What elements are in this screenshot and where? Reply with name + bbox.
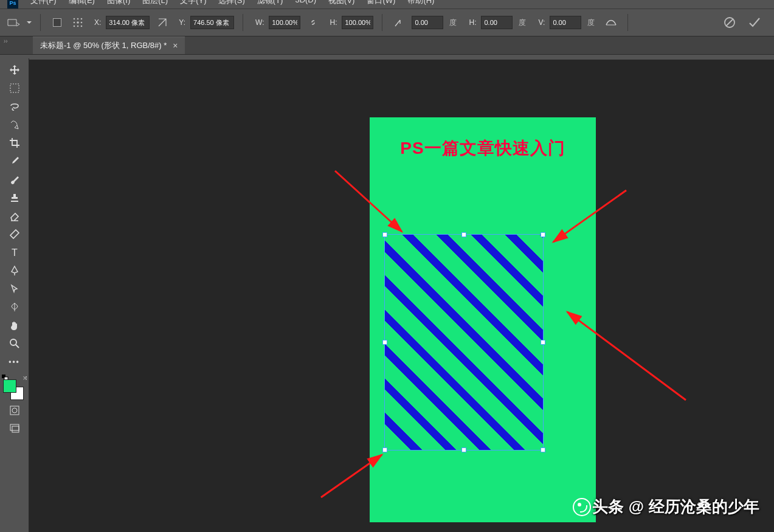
divider	[40, 14, 41, 31]
svg-point-0	[74, 18, 75, 20]
marquee-tool-icon[interactable]	[5, 79, 24, 97]
menu-layer[interactable]: 图层(L)	[142, 0, 168, 6]
menu-help[interactable]: 帮助(H)	[407, 0, 434, 6]
swap-colors-icon[interactable]: ⤭	[22, 375, 27, 381]
svg-point-2	[81, 18, 83, 20]
menu-edit[interactable]: 编辑(E)	[69, 0, 95, 6]
divider	[382, 14, 382, 31]
watermark-logo-icon	[573, 498, 591, 516]
menu-file[interactable]: 文件(F)	[30, 0, 57, 6]
svg-point-8	[81, 26, 83, 27]
transform-handle-bl[interactable]	[382, 447, 387, 452]
h-skew-label: H:	[469, 18, 476, 27]
svg-point-3	[74, 22, 75, 24]
h-input[interactable]	[342, 16, 373, 29]
transform-handle-mr[interactable]	[541, 340, 545, 345]
hand-tool-icon[interactable]	[5, 316, 24, 334]
divider	[627, 14, 628, 31]
transform-handle-bm[interactable]	[461, 447, 466, 452]
divider	[243, 14, 243, 31]
stamp-tool-icon[interactable]	[5, 188, 24, 207]
eraser-tool-icon[interactable]	[5, 207, 24, 225]
v-skew-input[interactable]	[550, 16, 581, 29]
options-bar: X: Y: W: H: 度 H: 度 V: 度	[0, 9, 774, 36]
transform-handle-tm[interactable]	[461, 232, 466, 237]
menu-filter[interactable]: 滤镜(T)	[257, 0, 283, 6]
svg-point-1	[77, 18, 79, 20]
h-skew-input[interactable]	[481, 16, 513, 29]
document-tab[interactable]: 未标题-1 @ 50% (形状 1, RGB/8#) * ×	[33, 36, 185, 54]
watermark-brand: 头条	[592, 496, 624, 517]
menu-view[interactable]: 视图(V)	[328, 0, 354, 6]
menu-image[interactable]: 图像(I)	[107, 0, 130, 6]
eyedropper-tool-icon[interactable]	[5, 152, 24, 170]
type-tool-icon[interactable]: T	[5, 243, 24, 261]
relative-positioning-icon[interactable]	[154, 15, 170, 30]
menu-3d[interactable]: 3D(D)	[295, 0, 316, 4]
angle-unit: 度	[449, 18, 457, 28]
collapse-panels-icon[interactable]: ››	[4, 38, 8, 44]
gradient-tool-icon[interactable]	[5, 225, 24, 243]
h-label: H:	[330, 18, 337, 27]
lasso-tool-icon[interactable]	[5, 97, 24, 116]
foreground-color-swatch[interactable]	[3, 379, 16, 393]
svg-rect-20	[12, 426, 19, 432]
w-input[interactable]	[269, 16, 300, 29]
svg-rect-11	[10, 84, 19, 92]
reference-point-toggle[interactable]	[53, 18, 61, 27]
menu-select[interactable]: 选择(S)	[218, 0, 244, 6]
w-label: W:	[255, 18, 264, 27]
v-skew-unit: 度	[587, 18, 595, 28]
commit-transform-icon[interactable]	[746, 15, 762, 30]
cancel-transform-icon[interactable]	[722, 15, 738, 30]
h-skew-unit: 度	[519, 18, 526, 28]
screenmode-icon[interactable]	[5, 420, 24, 438]
reference-point-grid-icon[interactable]	[70, 15, 86, 30]
transform-handle-tl[interactable]	[382, 232, 387, 237]
transform-options-dropdown[interactable]	[27, 20, 32, 25]
interpolation-icon[interactable]	[603, 15, 619, 30]
link-wh-icon[interactable]	[305, 15, 321, 30]
x-label: X:	[94, 18, 101, 27]
canvas-area[interactable]: PS一篇文章快速入门 头条 @ 经历沧桑的少年	[29, 60, 774, 532]
svg-point-5	[81, 22, 83, 24]
menu-type[interactable]: 文字(Y)	[180, 0, 206, 6]
artboard-title-text: PS一篇文章快速入门	[370, 137, 596, 160]
path-select-tool-icon[interactable]	[5, 280, 24, 298]
svg-text:T: T	[12, 247, 18, 258]
tab-close-icon[interactable]: ×	[173, 41, 178, 50]
v-skew-label: V:	[538, 18, 545, 27]
artboard[interactable]: PS一篇文章快速入门	[370, 117, 596, 522]
app-icon: Ps	[7, 0, 18, 9]
quickmask-icon[interactable]	[5, 401, 24, 420]
watermark-author: 经历沧桑的少年	[649, 496, 759, 517]
brush-tool-icon[interactable]	[5, 170, 24, 188]
edit-toolbar-icon[interactable]: •••	[5, 353, 24, 371]
crop-tool-icon[interactable]	[5, 134, 24, 152]
svg-point-7	[77, 26, 79, 27]
svg-point-6	[74, 26, 75, 27]
pen-tool-icon[interactable]	[5, 261, 24, 280]
quick-select-tool-icon[interactable]	[5, 116, 24, 134]
transform-tool-icon[interactable]	[6, 15, 22, 30]
zoom-tool-icon[interactable]	[5, 334, 24, 353]
move-tool-icon[interactable]	[5, 61, 24, 79]
y-input[interactable]	[190, 16, 234, 29]
selected-shape[interactable]	[384, 234, 544, 451]
angle-input[interactable]	[412, 16, 443, 29]
transform-handle-br[interactable]	[541, 447, 545, 452]
shape-tool-icon[interactable]	[5, 298, 24, 316]
color-swatches[interactable]: ⤭	[3, 375, 26, 398]
transform-handle-tr[interactable]	[541, 232, 545, 237]
diagonal-stripes-fill	[385, 235, 543, 450]
watermark: 头条 @ 经历沧桑的少年	[573, 496, 759, 517]
rotate-angle-icon	[391, 15, 407, 30]
svg-rect-17	[10, 406, 19, 415]
menu-window[interactable]: 窗口(W)	[367, 0, 395, 6]
document-tab-label: 未标题-1 @ 50% (形状 1, RGB/8#) *	[40, 40, 167, 51]
x-input[interactable]	[106, 16, 150, 29]
toolbox: T ••• ⤭	[0, 58, 29, 532]
transform-handle-ml[interactable]	[382, 340, 387, 345]
svg-point-4	[77, 21, 79, 24]
y-label: Y:	[179, 18, 185, 27]
